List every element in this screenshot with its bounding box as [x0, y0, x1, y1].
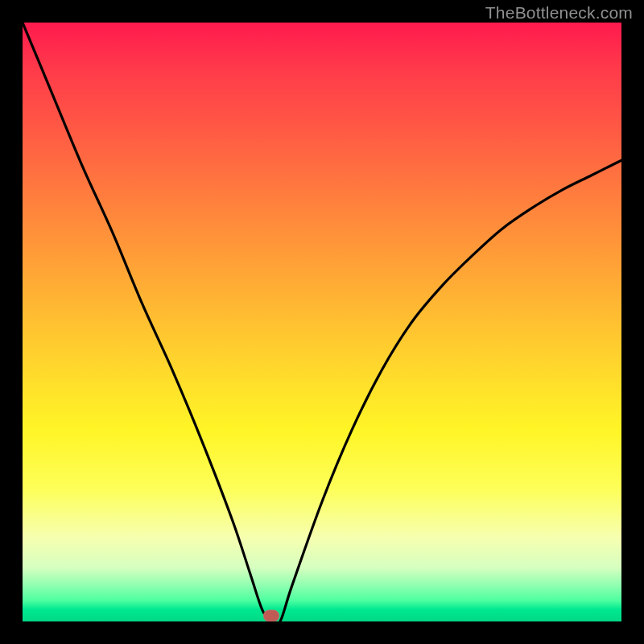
chart-frame: TheBottleneck.com	[0, 0, 644, 644]
watermark-text: TheBottleneck.com	[485, 3, 633, 23]
minimum-marker	[263, 609, 279, 621]
plot-area	[23, 23, 621, 621]
bottleneck-curve	[23, 23, 621, 621]
